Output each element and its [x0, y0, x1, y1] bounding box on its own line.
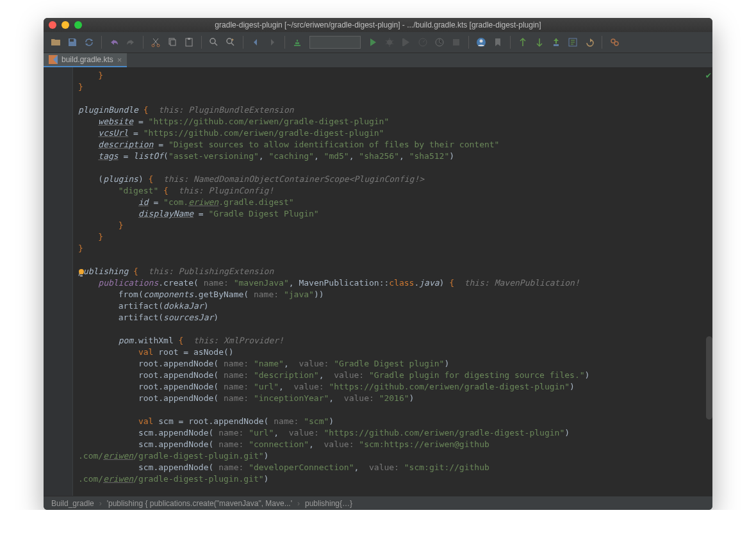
- tab-close-icon[interactable]: ×: [117, 55, 122, 65]
- build-icon[interactable]: [290, 35, 304, 49]
- svg-point-8: [227, 38, 232, 44]
- svg-rect-21: [80, 275, 83, 277]
- vcs-history-icon[interactable]: [566, 35, 580, 49]
- svg-point-7: [210, 38, 215, 44]
- debug-icon[interactable]: [382, 35, 397, 49]
- toolbar: [44, 32, 712, 53]
- search-everywhere-icon[interactable]: [607, 35, 621, 49]
- code-area[interactable]: } } pluginBundle { this: PluginBundleExt…: [73, 67, 705, 496]
- breadcrumb-item[interactable]: publishing{…}: [305, 499, 352, 508]
- svg-rect-0: [70, 39, 74, 42]
- forward-icon[interactable]: [265, 35, 279, 49]
- tab-label: build.gradle.kts: [62, 55, 113, 64]
- open-icon[interactable]: [49, 35, 63, 49]
- paste-icon[interactable]: [182, 35, 196, 49]
- svg-point-19: [614, 42, 618, 45]
- vcs-push-icon[interactable]: [549, 35, 563, 49]
- svg-rect-6: [188, 38, 190, 40]
- undo-icon[interactable]: [107, 35, 121, 49]
- breadcrumb-item[interactable]: Build_gradle: [51, 499, 94, 508]
- stop-icon[interactable]: [449, 35, 463, 49]
- scrollbar[interactable]: [706, 336, 712, 420]
- minimize-button[interactable]: [62, 21, 69, 29]
- error-stripe[interactable]: ✔: [705, 67, 712, 496]
- maximize-button[interactable]: [74, 21, 82, 29]
- close-button[interactable]: [49, 21, 56, 29]
- tab-build-gradle-kts[interactable]: build.gradle.kts ×: [44, 53, 127, 67]
- vcs-commit-icon[interactable]: [532, 35, 546, 49]
- copy-icon[interactable]: [165, 35, 179, 49]
- editor[interactable]: } } pluginBundle { this: PluginBundleExt…: [44, 67, 712, 496]
- chevron-right-icon: ›: [99, 499, 102, 508]
- svg-rect-16: [554, 44, 559, 46]
- bookmark-icon[interactable]: [491, 35, 505, 49]
- save-icon[interactable]: [65, 35, 79, 49]
- titlebar[interactable]: gradle-digest-plugin [~/src/eriwen/gradl…: [44, 18, 712, 32]
- svg-rect-10: [402, 38, 404, 46]
- avatar-icon[interactable]: [474, 35, 488, 49]
- run-config-dropdown[interactable]: [309, 36, 361, 49]
- vcs-update-icon[interactable]: [516, 35, 530, 49]
- coverage-icon[interactable]: [399, 35, 413, 49]
- profile-icon[interactable]: [416, 35, 430, 49]
- svg-rect-4: [170, 40, 176, 45]
- traffic-lights: [49, 21, 82, 29]
- ide-window: gradle-digest-plugin [~/src/eriwen/gradl…: [44, 18, 712, 510]
- cut-icon[interactable]: [149, 35, 163, 49]
- sync-icon[interactable]: [82, 35, 96, 49]
- svg-point-9: [387, 40, 392, 45]
- replace-icon[interactable]: [224, 35, 238, 49]
- intention-bulb-icon[interactable]: [77, 268, 86, 277]
- profiler-icon[interactable]: [432, 35, 447, 49]
- chevron-right-icon: ›: [297, 499, 300, 508]
- back-icon[interactable]: [249, 35, 263, 49]
- window-title: gradle-digest-plugin [~/src/eriwen/gradl…: [44, 20, 712, 29]
- breadcrumb-item[interactable]: 'publishing { publications.create("maven…: [107, 499, 292, 508]
- svg-point-15: [480, 40, 483, 43]
- run-icon[interactable]: [366, 35, 380, 49]
- gutter[interactable]: [44, 67, 73, 496]
- tabbar: build.gradle.kts ×: [44, 53, 712, 67]
- svg-rect-13: [453, 39, 459, 45]
- vcs-revert-icon[interactable]: [582, 35, 596, 49]
- analysis-ok-icon: ✔: [706, 70, 711, 80]
- redo-icon[interactable]: [124, 35, 138, 49]
- find-icon[interactable]: [207, 35, 221, 49]
- breadcrumb: Build_gradle › 'publishing { publication…: [44, 496, 712, 510]
- kotlin-file-icon: [49, 55, 58, 64]
